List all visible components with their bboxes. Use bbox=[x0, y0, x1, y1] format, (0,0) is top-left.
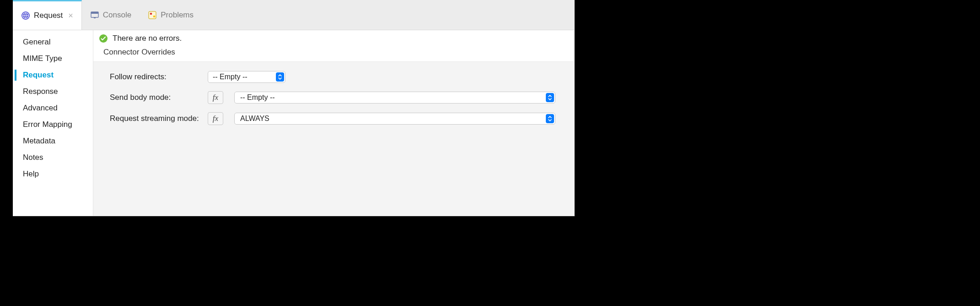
sidebar-item-request[interactable]: Request bbox=[13, 67, 93, 83]
main-pane: There are no errors. Connector Overrides… bbox=[93, 30, 574, 216]
label-request-streaming: Request streaming mode: bbox=[110, 114, 208, 123]
tab-label: Problems bbox=[161, 11, 194, 20]
svg-rect-3 bbox=[91, 12, 98, 14]
sidebar-item-notes[interactable]: Notes bbox=[13, 149, 93, 166]
svg-rect-4 bbox=[94, 17, 96, 18]
label-follow-redirects: Follow redirects: bbox=[110, 72, 208, 82]
select-value: -- Empty -- bbox=[213, 73, 248, 81]
svg-point-7 bbox=[153, 15, 156, 17]
send-body-mode-select[interactable]: -- Empty -- bbox=[234, 92, 555, 104]
tab-console[interactable]: Console bbox=[82, 0, 140, 30]
sidebar-item-advanced[interactable]: Advanced bbox=[13, 100, 93, 116]
check-ok-icon bbox=[99, 34, 108, 43]
problems-icon bbox=[148, 11, 157, 20]
fx-button[interactable]: fx bbox=[208, 91, 223, 104]
chevron-up-down-icon bbox=[546, 93, 554, 102]
select-value: ALWAYS bbox=[240, 115, 269, 123]
svg-rect-5 bbox=[149, 11, 156, 19]
chevron-up-down-icon bbox=[276, 72, 284, 82]
follow-redirects-select[interactable]: -- Empty -- bbox=[208, 71, 285, 83]
status-bar: There are no errors. bbox=[93, 30, 574, 46]
tab-request[interactable]: Request × bbox=[13, 0, 82, 30]
section-title: Connector Overrides bbox=[93, 46, 574, 61]
request-icon bbox=[21, 11, 30, 20]
sidebar-item-metadata[interactable]: Metadata bbox=[13, 133, 93, 149]
content-row: General MIME Type Request Response Advan… bbox=[13, 30, 574, 216]
sidebar-item-response[interactable]: Response bbox=[13, 83, 93, 100]
svg-point-6 bbox=[150, 12, 152, 15]
console-icon bbox=[90, 11, 99, 20]
form-area: Follow redirects: -- Empty -- Send body … bbox=[93, 61, 574, 216]
sidebar-item-error-mapping[interactable]: Error Mapping bbox=[13, 116, 93, 133]
status-message: There are no errors. bbox=[113, 34, 182, 43]
config-panel: Request × Console Problems bbox=[13, 0, 575, 216]
settings-sidebar: General MIME Type Request Response Advan… bbox=[13, 30, 93, 216]
close-icon[interactable]: × bbox=[68, 11, 73, 20]
tab-strip: Request × Console Problems bbox=[13, 0, 574, 30]
fx-button[interactable]: fx bbox=[208, 112, 223, 125]
label-send-body-mode: Send body mode: bbox=[110, 93, 208, 102]
row-send-body-mode: Send body mode: fx -- Empty -- bbox=[110, 91, 566, 104]
row-follow-redirects: Follow redirects: -- Empty -- bbox=[110, 71, 566, 83]
sidebar-item-mime-type[interactable]: MIME Type bbox=[13, 50, 93, 67]
sidebar-item-general[interactable]: General bbox=[13, 34, 93, 50]
tab-problems[interactable]: Problems bbox=[140, 0, 202, 30]
chevron-up-down-icon bbox=[546, 114, 554, 123]
select-value: -- Empty -- bbox=[240, 93, 275, 102]
row-request-streaming: Request streaming mode: fx ALWAYS bbox=[110, 112, 566, 125]
tab-label: Request bbox=[34, 11, 63, 20]
sidebar-item-help[interactable]: Help bbox=[13, 166, 93, 182]
tab-label: Console bbox=[103, 11, 131, 20]
request-streaming-select[interactable]: ALWAYS bbox=[234, 113, 555, 125]
